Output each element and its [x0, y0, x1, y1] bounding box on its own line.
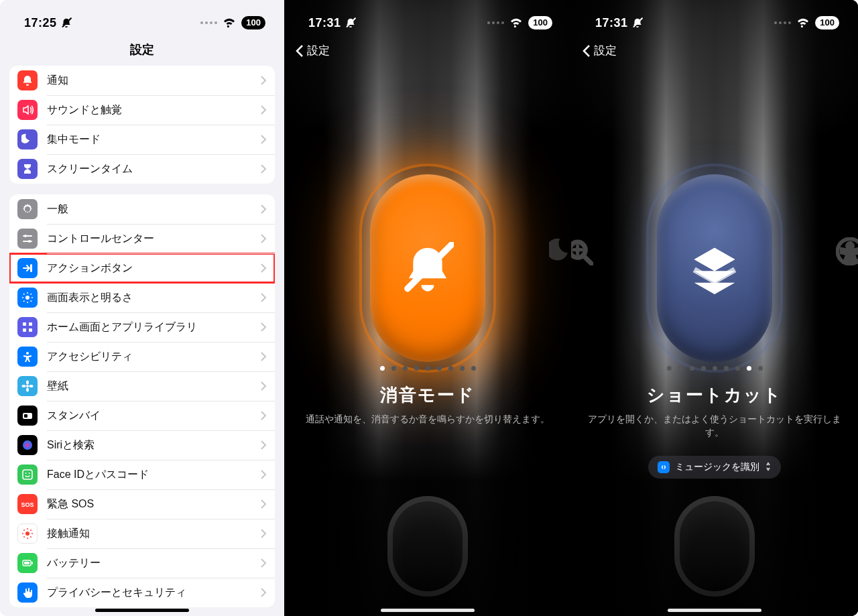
- settings-row-label: アクションボタン: [47, 261, 260, 275]
- back-button[interactable]: 設定: [582, 43, 617, 58]
- sounds-icon: [17, 100, 38, 120]
- settings-row-sos[interactable]: 緊急 SOS: [9, 489, 275, 519]
- home-indicator[interactable]: [668, 609, 761, 612]
- settings-row-faceid[interactable]: Face IDとパスコード: [9, 460, 275, 489]
- cell-signal-icon: [487, 21, 504, 24]
- action-button-silent-screen: 17:31 100 設定 消音モード 通話や通: [284, 0, 571, 616]
- home-indicator[interactable]: [95, 609, 189, 612]
- silent-icon: [345, 17, 356, 28]
- status-right: 100: [774, 16, 839, 29]
- actionbutton-icon: [17, 258, 38, 278]
- chevron-right-icon: [260, 381, 267, 391]
- action-button-outline: [387, 496, 468, 597]
- silent-icon: [61, 17, 72, 28]
- wifi-icon: [796, 16, 810, 29]
- status-time: 17:25: [24, 16, 72, 30]
- settings-row-display[interactable]: 画面表示と明るさ: [9, 283, 275, 312]
- chevron-right-icon: [260, 263, 267, 273]
- settings-row-homescreen[interactable]: ホーム画面とアプリライブラリ: [9, 312, 275, 342]
- settings-row-label: 壁紙: [47, 379, 260, 393]
- focus-icon: [17, 129, 38, 149]
- settings-row-battery[interactable]: バッテリー: [9, 548, 275, 578]
- settings-row-general[interactable]: 一般: [9, 194, 275, 224]
- settings-row-label: 緊急 SOS: [47, 497, 260, 511]
- mode-title: 消音モード: [284, 383, 571, 407]
- settings-row-label: 通知: [47, 74, 260, 88]
- back-button[interactable]: 設定: [295, 43, 330, 58]
- settings-row-label: ホーム画面とアプリライブラリ: [47, 320, 260, 334]
- page-dots[interactable]: [571, 366, 858, 371]
- wifi-icon: [509, 16, 523, 29]
- action-button-outline: [674, 496, 755, 597]
- status-time: 17:31: [308, 16, 356, 30]
- page-dots[interactable]: [284, 366, 571, 371]
- accessibility-icon: [17, 347, 38, 367]
- settings-row-label: アクセシビリティ: [47, 350, 260, 364]
- settings-row-controlcenter[interactable]: コントロールセンター: [9, 224, 275, 253]
- screentime-icon: [17, 159, 38, 179]
- status-bar: 17:31 100: [284, 0, 571, 40]
- settings-row-label: プライバシーとセキュリティ: [47, 586, 260, 600]
- wallpaper-icon: [17, 376, 38, 396]
- mode-title: ショートカット: [571, 383, 858, 407]
- chevron-updown-icon: [765, 462, 772, 473]
- action-button-shortcut-screen: 17:31 100 設定: [571, 0, 858, 616]
- chevron-right-icon: [260, 76, 267, 85]
- chevron-right-icon: [260, 352, 267, 361]
- settings-row-accessibility[interactable]: アクセシビリティ: [9, 342, 275, 371]
- chevron-right-icon: [260, 411, 267, 420]
- settings-row-label: 画面表示と明るさ: [47, 291, 260, 305]
- settings-row-label: バッテリー: [47, 556, 260, 570]
- settings-row-wallpaper[interactable]: 壁紙: [9, 371, 275, 401]
- settings-row-exposure[interactable]: 接触通知: [9, 519, 275, 548]
- home-indicator[interactable]: [381, 609, 475, 612]
- settings-row-label: Siriと検索: [47, 438, 260, 452]
- settings-row-focus[interactable]: 集中モード: [9, 125, 275, 154]
- action-button-preview[interactable]: [657, 174, 772, 362]
- mode-description: 通話や通知を、消音するか音を鳴らすかを切り替えます。: [300, 413, 555, 426]
- settings-row-label: 集中モード: [47, 133, 260, 147]
- settings-row-label: スタンバイ: [47, 409, 260, 423]
- shortcut-picker[interactable]: ミュージックを識別: [648, 456, 781, 479]
- settings-row-standby[interactable]: スタンバイ: [9, 401, 275, 430]
- chevron-right-icon: [260, 588, 267, 597]
- shortcut-picker-label: ミュージックを識別: [675, 461, 759, 473]
- chevron-right-icon: [260, 293, 267, 302]
- status-bar: 17:25 100: [0, 0, 284, 40]
- settings-row-label: コントロールセンター: [47, 232, 260, 246]
- sos-icon: [17, 494, 38, 514]
- settings-row-siri[interactable]: Siriと検索: [9, 430, 275, 460]
- shazam-icon: [658, 461, 670, 473]
- settings-row-label: 接触通知: [47, 527, 260, 541]
- controlcenter-icon: [17, 229, 38, 249]
- status-time: 17:31: [595, 16, 643, 30]
- wifi-icon: [223, 16, 236, 29]
- settings-row-actionbutton[interactable]: アクションボタン: [9, 253, 275, 283]
- display-icon: [17, 288, 38, 308]
- action-button-preview[interactable]: [370, 174, 485, 362]
- settings-row-screentime[interactable]: スクリーンタイム: [9, 154, 275, 184]
- chevron-right-icon: [260, 164, 267, 174]
- chevron-right-icon: [260, 558, 267, 568]
- settings-row-sounds[interactable]: サウンドと触覚: [9, 95, 275, 125]
- cell-signal-icon: [774, 21, 791, 24]
- battery-pill: 100: [241, 16, 265, 29]
- chevron-right-icon: [260, 322, 267, 332]
- back-label: 設定: [594, 43, 617, 58]
- settings-group-1: 通知サウンドと触覚集中モードスクリーンタイム: [9, 66, 275, 184]
- settings-row-notifications[interactable]: 通知: [9, 66, 275, 95]
- settings-row-label: サウンドと触覚: [47, 103, 260, 117]
- standby-icon: [17, 406, 38, 426]
- settings-group-2: 一般コントロールセンターアクションボタン画面表示と明るさホーム画面とアプリライブ…: [9, 194, 275, 607]
- silent-icon: [632, 17, 643, 28]
- chevron-right-icon: [260, 470, 267, 479]
- battery-icon: [17, 553, 38, 573]
- back-label: 設定: [307, 43, 330, 58]
- status-bar: 17:31 100: [571, 0, 858, 40]
- notifications-icon: [17, 70, 38, 90]
- settings-row-privacy[interactable]: プライバシーとセキュリティ: [9, 578, 275, 607]
- chevron-right-icon: [260, 234, 267, 243]
- settings-row-label: スクリーンタイム: [47, 162, 260, 176]
- chevron-right-icon: [260, 105, 267, 115]
- chevron-right-icon: [260, 529, 267, 538]
